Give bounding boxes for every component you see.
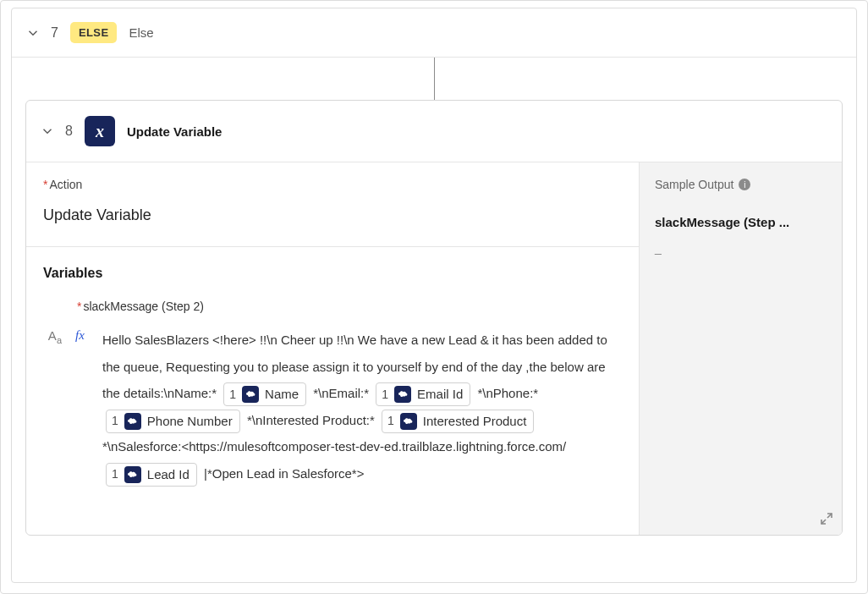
pill-label: Phone Number (147, 413, 233, 430)
sample-output-value: slackMessage (Step ... (655, 215, 827, 229)
expr-text-4: *\nInterested Product:* (247, 413, 375, 427)
step-8-header[interactable]: 8 x Update Variable (26, 101, 842, 162)
salesforce-icon (400, 413, 417, 430)
step-8-card: 8 x Update Variable *Action Update Varia… (25, 100, 843, 536)
pill-step: 1 (112, 466, 118, 481)
pill-label: Lead Id (147, 466, 190, 483)
pill-name[interactable]: 1 Name (223, 382, 306, 406)
else-pill: ELSE (70, 22, 118, 43)
variable-name-text: slackMessage (Step 2) (83, 300, 203, 313)
expression-editor[interactable]: Hello SalesBlazers <!here> !!\n Cheer up… (102, 327, 622, 487)
pill-step: 1 (229, 387, 236, 402)
expr-text-2: *\nEmail:* (313, 386, 369, 400)
pill-product[interactable]: 1 Interested Product (382, 410, 534, 433)
text-type-icon[interactable]: Aa (43, 328, 62, 345)
sample-output-label-text: Sample Output (655, 178, 733, 191)
variable-name: *slackMessage (Step 2) (77, 300, 622, 313)
pill-label: Interested Product (423, 413, 527, 430)
connector-line (434, 58, 435, 100)
collapse-chevron-step7[interactable] (27, 27, 39, 39)
pill-email[interactable]: 1 Email Id (376, 382, 470, 406)
salesforce-icon (242, 386, 259, 403)
flow-canvas: 7 ELSE Else 8 x Update Variable (11, 8, 857, 583)
pill-label: Name (265, 386, 299, 403)
expr-text-6: |*Open Lead in Salesforce*> (204, 466, 364, 481)
salesforce-icon (124, 413, 141, 430)
sample-output-placeholder: _ (655, 241, 827, 255)
flow-body: 8 x Update Variable *Action Update Varia… (12, 58, 856, 582)
connector-wrap (25, 58, 843, 100)
expression-row: Aa fx Hello SalesBlazers <!here> !!\n Ch… (43, 327, 622, 487)
variable-icon: x (85, 116, 115, 146)
fx-icon[interactable]: fx (75, 328, 89, 343)
step-8-number: 8 (65, 124, 73, 139)
else-label: Else (129, 25, 153, 40)
salesforce-icon (124, 466, 141, 483)
outer-frame: 7 ELSE Else 8 x Update Variable (0, 0, 868, 594)
expr-text-5: *\nSalesforce:<https://mulesoftcomposer-… (102, 439, 566, 454)
pill-phone[interactable]: 1 Phone Number (106, 410, 240, 433)
step-8-title: Update Variable (127, 124, 222, 139)
sample-output-label: Sample Output i (655, 178, 827, 191)
pill-step: 1 (382, 387, 388, 402)
action-label-text: Action (49, 178, 82, 191)
variables-block: Variables *slackMessage (Step 2) Aa fx H… (26, 247, 639, 503)
expand-icon[interactable] (820, 512, 833, 528)
expr-text-3: *\nPhone:* (477, 386, 538, 400)
pill-step: 1 (387, 413, 394, 428)
sample-output-panel: Sample Output i slackMessage (Step ... _ (639, 162, 842, 535)
required-star: * (77, 300, 81, 313)
step-7-number: 7 (51, 25, 58, 41)
main-column: *Action Update Variable Variables *slack… (26, 162, 639, 535)
collapse-chevron-step8[interactable] (41, 125, 53, 137)
required-star: * (43, 178, 47, 191)
info-icon[interactable]: i (739, 179, 750, 190)
step-7-header[interactable]: 7 ELSE Else (12, 8, 856, 58)
card-content: *Action Update Variable Variables *slack… (26, 162, 842, 535)
pill-step: 1 (112, 413, 118, 428)
salesforce-icon (394, 386, 411, 403)
action-value[interactable]: Update Variable (43, 206, 622, 224)
action-block: *Action Update Variable (26, 162, 639, 247)
variables-heading: Variables (43, 266, 622, 281)
action-label: *Action (43, 178, 622, 191)
pill-lead-id[interactable]: 1 Lead Id (106, 463, 197, 487)
pill-label: Email Id (417, 386, 463, 403)
